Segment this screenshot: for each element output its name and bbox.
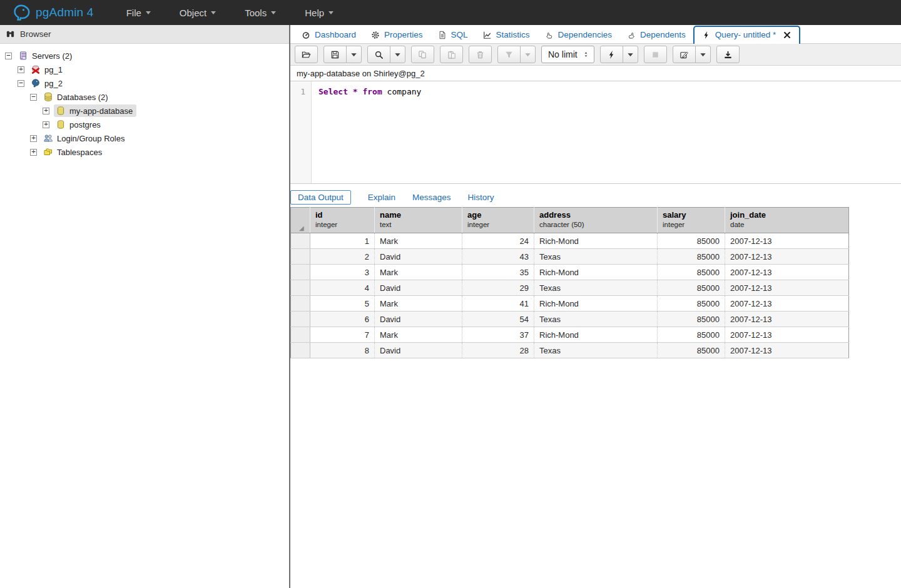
filter-options-button[interactable] xyxy=(520,46,536,63)
output-tab-history[interactable]: History xyxy=(468,191,494,204)
copy-button[interactable] xyxy=(411,46,434,63)
expand-expander[interactable]: + xyxy=(30,135,37,142)
close-icon[interactable] xyxy=(783,31,792,39)
grid-column-header-join_date[interactable]: join_datedate xyxy=(725,208,849,233)
paste-button[interactable] xyxy=(440,46,463,63)
collapse-expander[interactable]: − xyxy=(5,53,12,59)
expand-expander[interactable]: + xyxy=(30,149,37,156)
execute-button[interactable] xyxy=(600,46,623,63)
download-button[interactable] xyxy=(716,46,740,63)
menu-help[interactable]: Help xyxy=(295,3,344,23)
grid-cell[interactable]: 85000 xyxy=(658,233,725,249)
find-options-button[interactable] xyxy=(390,46,405,63)
row-limit-select[interactable]: No limit xyxy=(541,46,594,63)
tree-node[interactable]: Login/Group Roles xyxy=(41,132,128,144)
grid-cell[interactable]: Rich-Mond xyxy=(534,296,658,312)
execute-options-button[interactable] xyxy=(623,46,638,63)
delete-button[interactable] xyxy=(469,46,492,63)
row-selector-cell[interactable] xyxy=(291,327,310,343)
grid-cell[interactable]: 85000 xyxy=(658,249,725,265)
grid-cell[interactable]: 2007-12-13 xyxy=(725,265,849,280)
tree-node[interactable]: postgres xyxy=(54,118,104,131)
row-selector-cell[interactable] xyxy=(291,249,310,265)
grid-cell[interactable]: 54 xyxy=(462,312,534,327)
tree-item-servers-2[interactable]: −Servers (2) xyxy=(0,49,289,63)
grid-cell[interactable]: 2007-12-13 xyxy=(725,233,849,249)
grid-cell[interactable]: 85000 xyxy=(658,265,725,280)
expand-expander[interactable]: + xyxy=(43,108,49,114)
stop-button[interactable] xyxy=(644,46,667,63)
row-selector-cell[interactable] xyxy=(291,265,310,280)
grid-cell[interactable]: 3 xyxy=(310,265,375,280)
tab-sql[interactable]: SQL xyxy=(430,27,476,43)
menu-tools[interactable]: Tools xyxy=(235,3,286,23)
tab-statistics[interactable]: Statistics xyxy=(476,27,537,43)
grid-cell[interactable]: David xyxy=(375,312,462,327)
tree-item-tablespaces[interactable]: +Tablespaces xyxy=(0,145,289,159)
find-button[interactable] xyxy=(367,46,390,63)
grid-cell[interactable]: 43 xyxy=(462,249,534,265)
tab-dashboard[interactable]: Dashboard xyxy=(294,27,364,43)
save-options-button[interactable] xyxy=(346,46,362,63)
grid-cell[interactable]: 8 xyxy=(310,343,375,358)
grid-cell[interactable]: David xyxy=(375,249,462,265)
grid-cell[interactable]: 2007-12-13 xyxy=(725,327,849,343)
grid-cell[interactable]: 28 xyxy=(462,343,534,358)
collapse-expander[interactable]: − xyxy=(18,80,24,87)
grid-cell[interactable]: 2007-12-13 xyxy=(725,312,849,327)
grid-column-header-salary[interactable]: salaryinteger xyxy=(658,208,725,233)
sql-code-area[interactable]: Select * from company xyxy=(312,81,901,183)
select-all-corner[interactable]: ◢ xyxy=(291,208,310,233)
open-file-button[interactable] xyxy=(295,46,318,63)
tab-query-untitled[interactable]: Query- untitled * xyxy=(693,26,801,44)
tree-item-pg-1[interactable]: +pg_1 xyxy=(0,63,289,76)
grid-column-header-age[interactable]: ageinteger xyxy=(462,208,534,233)
grid-cell[interactable]: Rich-Mond xyxy=(534,265,658,280)
collapse-expander[interactable]: − xyxy=(30,94,37,101)
sql-editor[interactable]: 1 Select * from company xyxy=(290,81,901,184)
grid-cell[interactable]: Rich-Mond xyxy=(534,233,658,249)
grid-cell[interactable]: 85000 xyxy=(658,327,725,343)
row-selector-cell[interactable] xyxy=(291,296,310,312)
grid-cell[interactable]: Mark xyxy=(375,233,462,249)
row-selector-cell[interactable] xyxy=(291,343,310,358)
tree-node[interactable]: my-app-database xyxy=(54,104,136,117)
save-button[interactable] xyxy=(323,46,347,63)
tree-item-my-app-database[interactable]: +my-app-database xyxy=(0,104,289,118)
output-tab-explain[interactable]: Explain xyxy=(368,191,395,204)
tree-node[interactable]: Tablespaces xyxy=(41,146,106,158)
grid-cell[interactable]: Rich-Mond xyxy=(534,327,658,343)
grid-column-header-id[interactable]: idinteger xyxy=(310,208,375,233)
row-selector-cell[interactable] xyxy=(291,312,310,327)
edit-button[interactable] xyxy=(673,46,696,63)
pgadmin-brand[interactable]: pgAdmin 4 xyxy=(13,4,94,21)
expand-expander[interactable]: + xyxy=(43,121,49,128)
grid-column-header-address[interactable]: addresscharacter (50) xyxy=(534,208,658,233)
tree-item-databases-2[interactable]: −Databases (2) xyxy=(0,90,289,104)
grid-cell[interactable]: Texas xyxy=(534,343,658,358)
menu-object[interactable]: Object xyxy=(170,3,226,23)
tree-node[interactable]: Servers (2) xyxy=(16,49,76,62)
edit-options-button[interactable] xyxy=(695,46,711,63)
tree-item-postgres[interactable]: +postgres xyxy=(0,118,289,131)
tree-item-pg-2[interactable]: −pg_2 xyxy=(0,76,289,90)
tree-node[interactable]: Databases (2) xyxy=(41,91,112,103)
grid-cell[interactable]: 29 xyxy=(462,280,534,296)
grid-cell[interactable]: Mark xyxy=(375,296,462,312)
tab-properties[interactable]: Properties xyxy=(364,27,430,43)
grid-cell[interactable]: 2007-12-13 xyxy=(725,296,849,312)
grid-cell[interactable]: 37 xyxy=(462,327,534,343)
grid-cell[interactable]: Texas xyxy=(534,312,658,327)
grid-cell[interactable]: 4 xyxy=(310,280,375,296)
grid-cell[interactable]: Texas xyxy=(534,249,658,265)
row-selector-cell[interactable] xyxy=(291,280,310,296)
grid-cell[interactable]: 85000 xyxy=(658,343,725,358)
grid-cell[interactable]: 85000 xyxy=(658,312,725,327)
filter-button[interactable] xyxy=(497,46,521,63)
menu-file[interactable]: File xyxy=(116,3,161,23)
tree-item-login-group-roles[interactable]: +Login/Group Roles xyxy=(0,131,289,145)
output-tab-messages[interactable]: Messages xyxy=(412,191,451,204)
grid-column-header-name[interactable]: nametext xyxy=(375,208,462,233)
grid-cell[interactable]: Mark xyxy=(375,265,462,280)
grid-cell[interactable]: 2007-12-13 xyxy=(725,343,849,358)
